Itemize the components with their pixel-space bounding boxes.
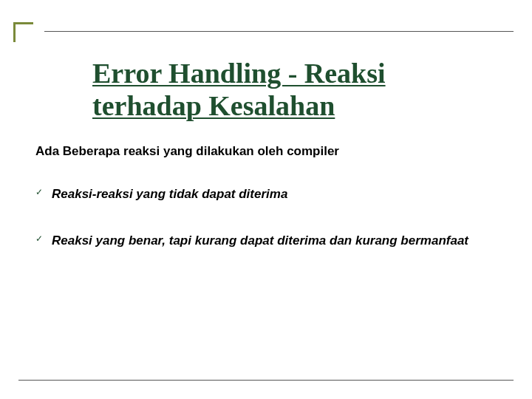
check-icon: ✓	[35, 231, 52, 247]
list-item: ✓ Reaksi yang benar, tapi kurang dapat d…	[35, 231, 497, 252]
slide-title: Error Handling - Reaksi terhadap Kesalah…	[92, 58, 488, 122]
slide-body: Ada Beberapa reaksi yang dilakukan oleh …	[35, 144, 497, 277]
intro-text: Ada Beberapa reaksi yang dilakukan oleh …	[35, 144, 497, 159]
list-item-text: Reaksi-reaksi yang tidak dapat diterima	[52, 184, 287, 205]
check-icon: ✓	[35, 184, 52, 200]
list-item-text: Reaksi yang benar, tapi kurang dapat dit…	[52, 231, 468, 252]
list-item: ✓ Reaksi-reaksi yang tidak dapat diterim…	[35, 184, 497, 205]
top-rule	[44, 31, 514, 32]
slide: Error Handling - Reaksi terhadap Kesalah…	[0, 0, 532, 399]
corner-accent	[13, 22, 33, 42]
bottom-rule	[18, 380, 514, 381]
